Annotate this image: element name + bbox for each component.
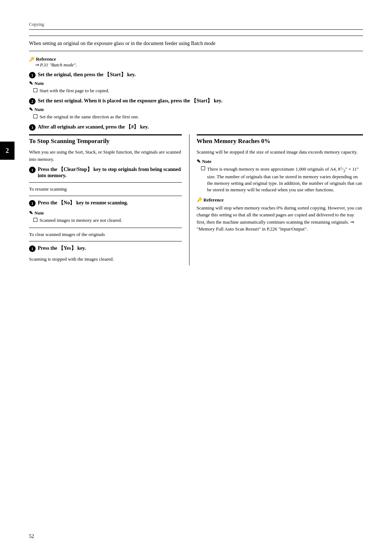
header-label: Copying [29, 22, 44, 27]
chapter-marker: 2 [0, 142, 15, 160]
left-step-2: 1 Press the 【No】 key to resume scanning. [29, 200, 182, 207]
left-step-1-numbered: 1 Press the 【Clear/Stop】 key to stop ori… [29, 166, 182, 179]
left-step-1-circle: 1 [29, 167, 36, 173]
left-note-1-checkbox [33, 218, 37, 222]
note-checkbox [33, 88, 37, 92]
note-2-title: Note [29, 107, 363, 113]
page: 2 Copying When setting an original on th… [0, 0, 392, 554]
intro-section: When setting an original on the exposure… [29, 36, 363, 51]
reference-content-top: ⇒ P.31 "Batch mode". [35, 62, 363, 68]
step-1-block: 1 Set the original, then press the 【Star… [29, 72, 363, 94]
divider-1 [29, 182, 182, 183]
step-3: 3 After all originals are scanned, press… [29, 124, 363, 131]
note-1-title: Note [29, 81, 363, 86]
page-number: 52 [29, 534, 34, 539]
chapter-number: 2 [6, 147, 9, 155]
step-1: 1 Set the original, then press the 【Star… [29, 72, 363, 78]
left-step-2-circle: 1 [29, 200, 36, 207]
reference-title-right: Reference [197, 197, 363, 203]
step-2: 2 Set the next original. When it is plac… [29, 98, 363, 105]
reference-content-right: Scanning will stop when memory reaches 0… [197, 204, 363, 233]
reference-title-top: Reference [29, 56, 363, 62]
note-2-item-1: Set the original in the same direction a… [33, 114, 363, 120]
intro-text: When setting an original on the exposure… [29, 41, 216, 46]
right-section-heading: When Memory Reaches 0% [197, 134, 363, 145]
step-2-block: 2 Set the next original. When it is plac… [29, 98, 363, 120]
note-2-checkbox [33, 114, 37, 118]
left-note-1-item: Scanned images in memory are not cleared… [33, 217, 182, 224]
clear-label: To clear scanned images of the originals [29, 232, 182, 237]
left-step-2-numbered: 1 Press the 【No】 key to resume scanning. [29, 200, 182, 207]
right-column: When Memory Reaches 0% Scanning will be … [189, 134, 363, 265]
step-3-text: After all originals are scanned, press t… [38, 124, 149, 130]
step-3-circle: 3 [29, 124, 36, 131]
right-note-item: There is enough memory to store approxim… [201, 166, 363, 194]
note-1-item-1: Start with the first page to be copied. [33, 87, 363, 94]
left-step-1: 1 Press the 【Clear/Stop】 key to stop ori… [29, 166, 182, 179]
note-1: Note Start with the first page to be cop… [29, 81, 363, 94]
left-section-heading: To Stop Scanning Temporarily [29, 134, 182, 145]
right-note-checkbox [201, 166, 205, 170]
left-note-1: Note Scanned images in memory are not cl… [29, 210, 182, 224]
scanning-stopped-text: Scanning is stopped with the images clea… [29, 256, 182, 263]
page-footer: 52 [29, 534, 34, 539]
right-note: Note There is enough memory to store app… [197, 159, 363, 194]
left-column: To Stop Scanning Temporarily When you ar… [29, 134, 189, 265]
right-note-item-text: There is enough memory to store approxim… [207, 166, 363, 194]
divider-1b [29, 196, 182, 196]
step-1-circle: 1 [29, 72, 36, 78]
left-step-3-circle: 1 [29, 245, 36, 252]
right-note-title: Note [197, 159, 363, 164]
page-header: Copying [29, 22, 363, 30]
right-body: Scanning will be stopped if the size of … [197, 148, 363, 156]
reference-right-text: Scanning will stop when memory reaches 0… [197, 205, 362, 232]
reference-block-top: Reference ⇒ P.31 "Batch mode". [29, 56, 363, 68]
step-1-text: Set the original, then press the 【Start】… [38, 72, 136, 78]
divider-2 [29, 228, 182, 228]
two-col-section: To Stop Scanning Temporarily When you ar… [29, 134, 363, 265]
left-step-2-text: Press the 【No】 key to resume scanning. [38, 200, 128, 206]
left-note-1-title: Note [29, 210, 182, 216]
left-step-1-text: Press the 【Clear/Stop】 key to stop origi… [38, 166, 182, 179]
left-step-3: 1 Press the 【Yes】 key. [29, 245, 182, 252]
divider-2b [29, 241, 182, 241]
step-2-text: Set the next original. When it is placed… [38, 98, 222, 104]
resume-label: To resume scanning [29, 186, 182, 192]
reference-block-right: Reference Scanning will stop when memory… [197, 197, 363, 233]
note-2: Note Set the original in the same direct… [29, 107, 363, 120]
left-step-3-text: Press the 【Yes】 key. [38, 245, 86, 252]
left-body: When you are using the Sort, Stack, or S… [29, 148, 182, 163]
step-3-block: 3 After all originals are scanned, press… [29, 124, 363, 131]
step-2-circle: 2 [29, 98, 36, 105]
left-step-3-numbered: 1 Press the 【Yes】 key. [29, 245, 182, 252]
